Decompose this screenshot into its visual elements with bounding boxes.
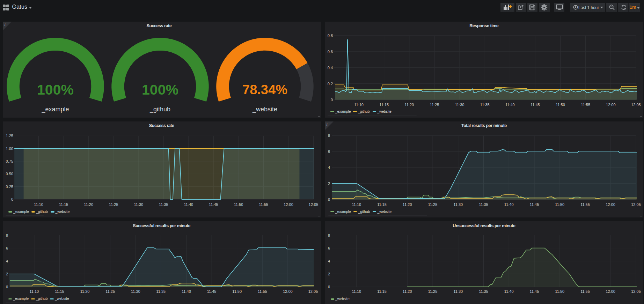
svg-text:11:15: 11:15	[379, 102, 389, 106]
svg-text:0.50: 0.50	[6, 172, 13, 176]
svg-text:11:10: 11:10	[30, 289, 39, 294]
svg-text:11:15: 11:15	[377, 202, 387, 206]
svg-text:11:55: 11:55	[580, 202, 590, 206]
svg-text:0: 0	[11, 197, 13, 201]
svg-text:8: 8	[328, 233, 330, 237]
svg-text:12:00: 12:00	[283, 289, 293, 294]
svg-text:4: 4	[328, 165, 330, 169]
svg-text:11:45: 11:45	[530, 289, 539, 294]
svg-text:11:20: 11:20	[80, 289, 90, 294]
svg-text:78.34%: 78.34%	[242, 82, 287, 97]
svg-text:11:55: 11:55	[258, 289, 267, 294]
svg-text:12:05: 12:05	[631, 102, 641, 106]
svg-text:11:50: 11:50	[232, 289, 242, 294]
svg-text:11:55: 11:55	[581, 102, 590, 106]
svg-text:6: 6	[328, 246, 330, 250]
svg-text:11:55: 11:55	[259, 202, 268, 206]
svg-text:11:50: 11:50	[555, 202, 564, 206]
svg-text:11:50: 11:50	[556, 102, 565, 106]
svg-text:11:30: 11:30	[131, 289, 140, 294]
svg-text:12:05: 12:05	[631, 202, 641, 206]
svg-text:1.00: 1.00	[6, 146, 13, 150]
svg-text:11:15: 11:15	[55, 289, 64, 294]
svg-text:11:40: 11:40	[504, 289, 514, 294]
svg-text:11:20: 11:20	[403, 289, 412, 294]
svg-text:11:15: 11:15	[59, 202, 68, 206]
svg-text:11:25: 11:25	[430, 102, 439, 106]
svg-text:12:00: 12:00	[606, 289, 615, 294]
svg-text:11:25: 11:25	[109, 202, 118, 206]
svg-text:2: 2	[328, 272, 330, 276]
svg-text:11:45: 11:45	[530, 102, 540, 106]
svg-text:11:55: 11:55	[580, 289, 590, 294]
svg-text:11:50: 11:50	[555, 289, 564, 294]
svg-text:11:25: 11:25	[428, 202, 438, 206]
svg-text:0.6: 0.6	[328, 49, 333, 53]
svg-text:0: 0	[331, 97, 333, 102]
svg-text:1.25: 1.25	[6, 134, 13, 138]
svg-text:2: 2	[328, 181, 330, 185]
svg-text:100%: 100%	[37, 82, 74, 98]
svg-text:6: 6	[328, 149, 330, 154]
svg-text:11:30: 11:30	[453, 202, 463, 206]
svg-text:0.75: 0.75	[6, 159, 13, 163]
svg-text:0: 0	[328, 197, 330, 201]
svg-text:11:40: 11:40	[504, 202, 514, 206]
svg-text:11:20: 11:20	[403, 202, 412, 206]
svg-text:12:05: 12:05	[309, 202, 319, 206]
svg-text:11:40: 11:40	[505, 102, 515, 106]
svg-text:0: 0	[328, 285, 330, 289]
svg-text:8: 8	[328, 133, 330, 138]
svg-text:11:10: 11:10	[352, 289, 361, 294]
svg-text:_example: _example	[41, 105, 69, 113]
svg-text:0.4: 0.4	[328, 65, 333, 69]
svg-text:8: 8	[6, 233, 8, 237]
svg-text:11:10: 11:10	[354, 102, 364, 106]
svg-text:11:35: 11:35	[156, 289, 166, 294]
svg-text:100%: 100%	[142, 82, 178, 98]
svg-text:12:05: 12:05	[308, 289, 318, 294]
svg-text:11:25: 11:25	[105, 289, 115, 294]
svg-text:4: 4	[328, 259, 330, 263]
svg-text:11:10: 11:10	[352, 202, 361, 206]
svg-text:12:00: 12:00	[606, 102, 616, 106]
svg-text:11:30: 11:30	[455, 102, 464, 106]
svg-text:11:20: 11:20	[404, 102, 414, 106]
svg-text:4: 4	[6, 259, 8, 263]
svg-text:0.8: 0.8	[328, 33, 333, 37]
svg-text:11:45: 11:45	[209, 202, 218, 206]
svg-text:_website: _website	[252, 105, 277, 113]
svg-text:11:35: 11:35	[480, 102, 490, 106]
svg-text:12:05: 12:05	[631, 289, 641, 294]
svg-text:11:30: 11:30	[453, 289, 463, 294]
svg-text:12:00: 12:00	[606, 202, 615, 206]
svg-text:11:35: 11:35	[159, 202, 168, 206]
svg-text:11:20: 11:20	[84, 202, 93, 206]
svg-text:11:40: 11:40	[182, 289, 191, 294]
svg-text:11:15: 11:15	[377, 289, 387, 294]
svg-text:6: 6	[6, 246, 8, 250]
svg-text:11:45: 11:45	[207, 289, 217, 294]
svg-text:0.2: 0.2	[328, 81, 333, 86]
svg-text:11:50: 11:50	[234, 202, 243, 206]
svg-text:2: 2	[6, 272, 8, 276]
svg-text:11:40: 11:40	[184, 202, 193, 206]
svg-text:11:10: 11:10	[34, 202, 43, 206]
svg-text:11:45: 11:45	[530, 202, 539, 206]
svg-text:0: 0	[6, 285, 8, 289]
svg-text:11:35: 11:35	[479, 202, 488, 206]
svg-text:12:00: 12:00	[284, 202, 293, 206]
svg-text:_github: _github	[149, 105, 170, 113]
svg-text:11:30: 11:30	[134, 202, 143, 206]
svg-text:0.25: 0.25	[6, 184, 13, 188]
svg-text:11:25: 11:25	[428, 289, 438, 294]
svg-text:11:35: 11:35	[479, 289, 488, 294]
